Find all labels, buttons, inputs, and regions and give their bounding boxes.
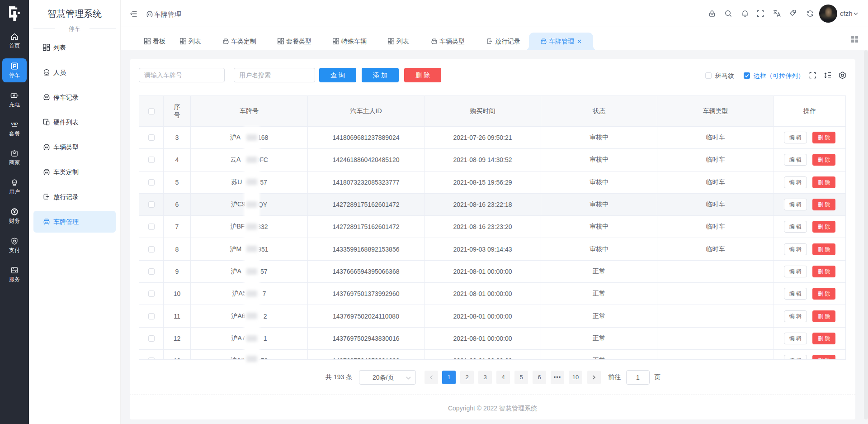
svg-text:VIP: VIP <box>11 122 18 126</box>
